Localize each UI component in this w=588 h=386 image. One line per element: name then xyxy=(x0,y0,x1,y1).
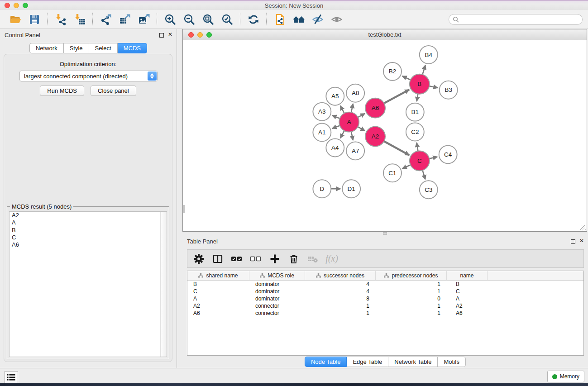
graph-node-C4[interactable]: C4 xyxy=(439,145,457,163)
export-image-icon[interactable] xyxy=(137,12,151,27)
float-table-panel-icon[interactable] xyxy=(571,239,575,244)
network-canvas[interactable]: AA1A2A3A4A5A6A7A8BB1B2B3B4CC1C2C3C4DD1 xyxy=(183,40,587,231)
zoom-out-icon[interactable] xyxy=(182,12,196,27)
tab-network[interactable]: Network xyxy=(29,43,64,53)
svg-text:C3: C3 xyxy=(425,186,432,193)
float-panel-icon[interactable] xyxy=(159,33,164,38)
close-table-panel-icon[interactable]: ✕ xyxy=(579,238,584,244)
memory-button[interactable]: Memory xyxy=(547,371,584,382)
refresh-icon[interactable] xyxy=(246,12,261,27)
zoom-in-icon[interactable] xyxy=(163,12,177,27)
graph-node-B4[interactable]: B4 xyxy=(420,46,438,64)
task-history-button[interactable] xyxy=(5,371,18,384)
graph-node-D[interactable]: D xyxy=(313,180,331,198)
graph-node-A[interactable]: A xyxy=(339,112,359,132)
table-row[interactable]: Cdominator41C xyxy=(187,288,583,295)
network-window-titlebar[interactable]: testGlobe.txt xyxy=(183,29,587,41)
graph-node-A5[interactable]: A5 xyxy=(326,87,344,105)
graph-node-C[interactable]: C xyxy=(410,151,430,171)
graph-node-A8[interactable]: A8 xyxy=(346,84,364,102)
tab-edge-table[interactable]: Edge Table xyxy=(347,357,388,367)
scrollbar-track[interactable] xyxy=(160,212,167,357)
tab-node-table[interactable]: Node Table xyxy=(305,357,347,367)
import-network-icon[interactable] xyxy=(53,12,68,27)
tab-style[interactable]: Style xyxy=(64,43,89,53)
open-session-icon[interactable] xyxy=(8,12,23,27)
tab-motifs[interactable]: Motifs xyxy=(438,357,466,367)
graph-node-A2[interactable]: A2 xyxy=(365,127,385,147)
add-column-icon[interactable] xyxy=(269,253,281,265)
panel-divider-handle[interactable] xyxy=(383,232,387,235)
mcds-result-item[interactable]: C xyxy=(10,234,167,241)
graph-node-C1[interactable]: C1 xyxy=(383,164,402,182)
search-field[interactable] xyxy=(449,14,583,25)
zoom-fit-icon[interactable] xyxy=(201,12,215,27)
table-cell: 1 xyxy=(376,310,447,317)
column-header-MCDS-role[interactable]: MCDS role xyxy=(249,271,305,280)
select-stepper-icon xyxy=(148,71,157,81)
graph-node-B1[interactable]: B1 xyxy=(406,103,424,121)
hide-graphics-icon[interactable] xyxy=(311,12,325,27)
tab-network-table[interactable]: Network Table xyxy=(388,357,438,367)
tab-mcds[interactable]: MCDS xyxy=(118,43,147,53)
zoom-selected-icon[interactable] xyxy=(220,12,234,27)
table-cell: A xyxy=(187,295,249,302)
show-graphics-icon[interactable] xyxy=(330,12,344,27)
graph-node-A7[interactable]: A7 xyxy=(346,142,364,160)
mcds-result-item[interactable]: A6 xyxy=(10,241,167,248)
table-row[interactable]: A2connector11A2 xyxy=(187,302,583,310)
column-header-name[interactable]: name xyxy=(447,271,488,280)
criterion-select[interactable]: largest connected component (directed) xyxy=(19,71,158,81)
graph-node-B2[interactable]: B2 xyxy=(383,62,402,81)
save-session-icon[interactable] xyxy=(27,12,42,27)
show-columns-icon[interactable] xyxy=(212,253,224,265)
mcds-result-list[interactable]: A2ABCA6 xyxy=(9,211,167,357)
graph-node-A6[interactable]: A6 xyxy=(365,98,385,118)
column-header-predecessor-nodes[interactable]: predecessor nodes xyxy=(376,271,447,280)
select-all-icon[interactable] xyxy=(231,253,243,265)
graph-node-A4[interactable]: A4 xyxy=(326,138,344,157)
export-table-icon[interactable] xyxy=(118,12,132,27)
column-header-successor-nodes[interactable]: successor nodes xyxy=(305,271,376,280)
mcds-result-item[interactable]: A xyxy=(10,219,167,226)
graph-node-A1[interactable]: A1 xyxy=(313,124,331,142)
table-row[interactable]: Bdominator41B xyxy=(187,281,583,288)
run-mcds-button[interactable]: Run MCDS xyxy=(40,86,84,96)
svg-text:C4: C4 xyxy=(444,151,452,158)
memory-status-icon xyxy=(552,374,557,379)
graph-node-C2[interactable]: C2 xyxy=(406,123,424,141)
table-row[interactable]: Adominator80A xyxy=(187,295,583,302)
graph-node-D1[interactable]: D1 xyxy=(342,180,360,198)
session-title: Session: New Session xyxy=(0,2,588,9)
home-network-icon[interactable] xyxy=(292,12,306,27)
network-file-icon[interactable] xyxy=(272,12,287,27)
table-settings-gear-icon[interactable] xyxy=(193,253,205,265)
graph-node-C3[interactable]: C3 xyxy=(420,181,438,199)
canvas-scrollbar-thumb[interactable] xyxy=(183,205,185,213)
node-table[interactable]: shared nameMCDS rolesuccessor nodesprede… xyxy=(187,271,584,356)
search-input[interactable] xyxy=(461,16,578,23)
graph-node-A3[interactable]: A3 xyxy=(313,103,331,121)
table-body: Bdominator41BCdominator41CAdominator80AA… xyxy=(187,281,583,317)
delete-column-icon[interactable] xyxy=(288,253,300,265)
table-row[interactable]: A6connector11A6 xyxy=(187,310,583,317)
svg-text:C: C xyxy=(417,157,422,164)
network-graph[interactable]: AA1A2A3A4A5A6A7A8BB1B2B3B4CC1C2C3C4DD1 xyxy=(183,40,587,231)
import-table-icon[interactable] xyxy=(72,12,87,27)
deselect-all-icon[interactable] xyxy=(250,253,262,265)
close-panel-button[interactable]: Close panel xyxy=(91,86,136,96)
window-resize-grip[interactable] xyxy=(580,225,586,230)
close-panel-icon[interactable]: ✕ xyxy=(168,31,172,38)
mcds-result-item[interactable]: A2 xyxy=(10,212,167,219)
export-network-icon[interactable] xyxy=(99,12,113,27)
tab-select[interactable]: Select xyxy=(89,43,118,53)
table-cell: B xyxy=(447,281,488,288)
table-panel-tabs: Node TableEdge TableNetwork TableMotifs xyxy=(182,357,588,367)
graph-node-B[interactable]: B xyxy=(410,74,430,94)
table-cell: 1 xyxy=(376,302,447,310)
delete-table-icon xyxy=(307,253,319,265)
graph-node-B3[interactable]: B3 xyxy=(440,81,458,99)
mcds-result-item[interactable]: B xyxy=(10,227,167,234)
table-cell: C xyxy=(447,288,488,295)
column-header-shared-name[interactable]: shared name xyxy=(187,271,249,280)
